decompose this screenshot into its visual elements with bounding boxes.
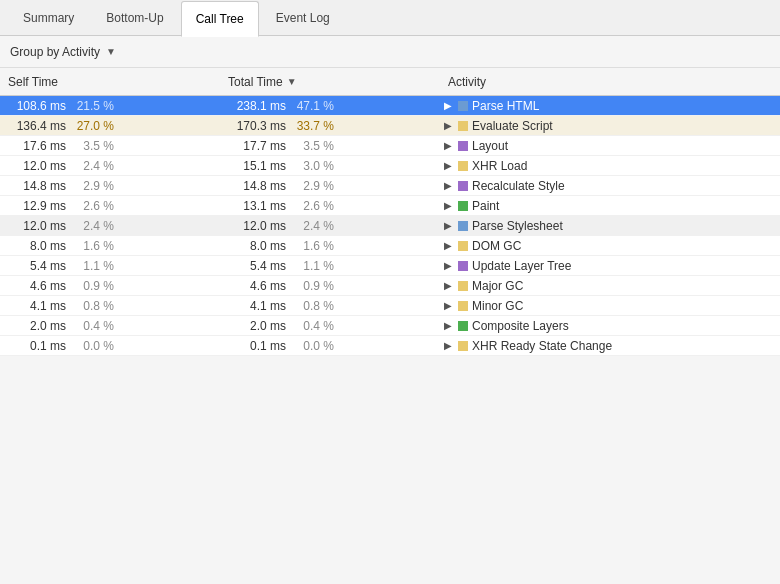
activity-color-box	[458, 201, 468, 211]
total-time-cell: 4.6 ms0.9 %	[220, 279, 440, 293]
activity-color-box	[458, 121, 468, 131]
table-row[interactable]: 4.1 ms0.8 %4.1 ms0.8 %▶Minor GC	[0, 296, 780, 316]
total-time-cell: 17.7 ms3.5 %	[220, 139, 440, 153]
activity-cell: ▶DOM GC	[440, 239, 780, 253]
activity-cell: ▶XHR Ready State Change	[440, 339, 780, 353]
activity-label: Major GC	[472, 279, 523, 293]
self-time-cell: 12.0 ms2.4 %	[0, 159, 220, 173]
table-row[interactable]: 8.0 ms1.6 %8.0 ms1.6 %▶DOM GC	[0, 236, 780, 256]
activity-color-box	[458, 261, 468, 271]
self-time-cell: 12.9 ms2.6 %	[0, 199, 220, 213]
table-row[interactable]: 12.0 ms2.4 %15.1 ms3.0 %▶XHR Load	[0, 156, 780, 176]
activity-cell: ▶Recalculate Style	[440, 179, 780, 193]
expand-arrow-icon[interactable]: ▶	[444, 160, 454, 171]
table-row[interactable]: 136.4 ms27.0 %170.3 ms33.7 %▶Evaluate Sc…	[0, 116, 780, 136]
expand-arrow-icon[interactable]: ▶	[444, 140, 454, 151]
table-row[interactable]: 12.9 ms2.6 %13.1 ms2.6 %▶Paint	[0, 196, 780, 216]
table-row[interactable]: 14.8 ms2.9 %14.8 ms2.9 %▶Recalculate Sty…	[0, 176, 780, 196]
self-time-cell: 108.6 ms21.5 %	[0, 99, 220, 113]
table-header: Self TimeTotal Time▼Activity	[0, 68, 780, 96]
self-time-cell: 136.4 ms27.0 %	[0, 119, 220, 133]
self-time-cell: 2.0 ms0.4 %	[0, 319, 220, 333]
total-time-cell: 14.8 ms2.9 %	[220, 179, 440, 193]
expand-arrow-icon[interactable]: ▶	[444, 220, 454, 231]
activity-color-box	[458, 301, 468, 311]
activity-color-box	[458, 321, 468, 331]
activity-cell: ▶Parse Stylesheet	[440, 219, 780, 233]
activity-color-box	[458, 181, 468, 191]
activity-label: Parse Stylesheet	[472, 219, 563, 233]
self-time-cell: 17.6 ms3.5 %	[0, 139, 220, 153]
sort-arrow-icon: ▼	[287, 76, 297, 87]
expand-arrow-icon[interactable]: ▶	[444, 340, 454, 351]
tab-event-log[interactable]: Event Log	[261, 0, 345, 36]
activity-label: Paint	[472, 199, 499, 213]
activity-cell: ▶Evaluate Script	[440, 119, 780, 133]
table-row[interactable]: 12.0 ms2.4 %12.0 ms2.4 %▶Parse Styleshee…	[0, 216, 780, 236]
expand-arrow-icon[interactable]: ▶	[444, 120, 454, 131]
total-time-cell: 13.1 ms2.6 %	[220, 199, 440, 213]
table: Self TimeTotal Time▼Activity 108.6 ms21.…	[0, 68, 780, 356]
col-header-activity[interactable]: Activity	[440, 75, 780, 89]
total-time-cell: 238.1 ms47.1 %	[220, 99, 440, 113]
self-time-cell: 4.1 ms0.8 %	[0, 299, 220, 313]
activity-label: Evaluate Script	[472, 119, 553, 133]
expand-arrow-icon[interactable]: ▶	[444, 300, 454, 311]
total-time-cell: 4.1 ms0.8 %	[220, 299, 440, 313]
activity-cell: ▶Minor GC	[440, 299, 780, 313]
total-time-cell: 15.1 ms3.0 %	[220, 159, 440, 173]
table-row[interactable]: 17.6 ms3.5 %17.7 ms3.5 %▶Layout	[0, 136, 780, 156]
activity-color-box	[458, 341, 468, 351]
total-time-cell: 2.0 ms0.4 %	[220, 319, 440, 333]
table-row[interactable]: 2.0 ms0.4 %2.0 ms0.4 %▶Composite Layers	[0, 316, 780, 336]
table-row[interactable]: 0.1 ms0.0 %0.1 ms0.0 %▶XHR Ready State C…	[0, 336, 780, 356]
table-body: 108.6 ms21.5 %238.1 ms47.1 %▶Parse HTML1…	[0, 96, 780, 356]
activity-cell: ▶Update Layer Tree	[440, 259, 780, 273]
activity-color-box	[458, 141, 468, 151]
group-by-label: Group by Activity	[10, 45, 100, 59]
group-by-row: Group by Activity ▼	[0, 36, 780, 68]
self-time-cell: 5.4 ms1.1 %	[0, 259, 220, 273]
total-time-cell: 5.4 ms1.1 %	[220, 259, 440, 273]
expand-arrow-icon[interactable]: ▶	[444, 280, 454, 291]
activity-cell: ▶XHR Load	[440, 159, 780, 173]
total-time-cell: 0.1 ms0.0 %	[220, 339, 440, 353]
activity-label: Composite Layers	[472, 319, 569, 333]
expand-arrow-icon[interactable]: ▶	[444, 260, 454, 271]
table-row[interactable]: 4.6 ms0.9 %4.6 ms0.9 %▶Major GC	[0, 276, 780, 296]
expand-arrow-icon[interactable]: ▶	[444, 180, 454, 191]
activity-cell: ▶Major GC	[440, 279, 780, 293]
self-time-cell: 8.0 ms1.6 %	[0, 239, 220, 253]
total-time-cell: 8.0 ms1.6 %	[220, 239, 440, 253]
activity-color-box	[458, 281, 468, 291]
col-header-total-time[interactable]: Total Time▼	[220, 75, 440, 89]
total-time-cell: 12.0 ms2.4 %	[220, 219, 440, 233]
activity-color-box	[458, 101, 468, 111]
table-row[interactable]: 108.6 ms21.5 %238.1 ms47.1 %▶Parse HTML	[0, 96, 780, 116]
activity-color-box	[458, 241, 468, 251]
activity-label: XHR Load	[472, 159, 527, 173]
activity-cell: ▶Paint	[440, 199, 780, 213]
expand-arrow-icon[interactable]: ▶	[444, 320, 454, 331]
activity-color-box	[458, 221, 468, 231]
self-time-cell: 0.1 ms0.0 %	[0, 339, 220, 353]
tab-bar: SummaryBottom-UpCall TreeEvent Log	[0, 0, 780, 36]
activity-label: DOM GC	[472, 239, 521, 253]
tab-bottom-up[interactable]: Bottom-Up	[91, 0, 178, 36]
activity-label: Minor GC	[472, 299, 523, 313]
expand-arrow-icon[interactable]: ▶	[444, 240, 454, 251]
activity-label: XHR Ready State Change	[472, 339, 612, 353]
self-time-cell: 12.0 ms2.4 %	[0, 219, 220, 233]
table-row[interactable]: 5.4 ms1.1 %5.4 ms1.1 %▶Update Layer Tree	[0, 256, 780, 276]
activity-label: Update Layer Tree	[472, 259, 571, 273]
col-header-self-time[interactable]: Self Time	[0, 75, 220, 89]
dropdown-arrow-icon[interactable]: ▼	[106, 46, 116, 57]
tab-call-tree[interactable]: Call Tree	[181, 1, 259, 37]
activity-color-box	[458, 161, 468, 171]
tab-summary[interactable]: Summary	[8, 0, 89, 36]
expand-arrow-icon[interactable]: ▶	[444, 100, 454, 111]
activity-label: Layout	[472, 139, 508, 153]
activity-label: Recalculate Style	[472, 179, 565, 193]
expand-arrow-icon[interactable]: ▶	[444, 200, 454, 211]
activity-cell: ▶Parse HTML	[440, 99, 780, 113]
